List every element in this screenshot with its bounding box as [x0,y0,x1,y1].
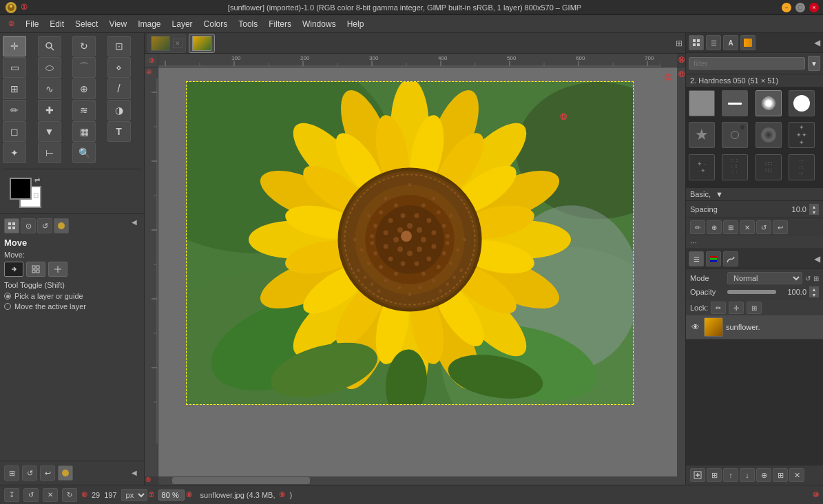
options-tab-3[interactable]: ↺ [37,218,52,233]
units-select[interactable]: px [121,489,147,501]
brush-item-11[interactable]: ∷∷∷∷ [756,154,782,180]
tabs-expand[interactable]: ⊞ [676,39,683,48]
brush-item-4[interactable] [789,90,815,116]
brush-item-12[interactable]: ·:·:·:·:· [789,154,815,180]
brush-item-2[interactable] [722,90,748,116]
bottom-icon-3[interactable]: ↩ [40,465,55,481]
lock-position-btn[interactable]: ✛ [729,302,744,314]
options-tab-active[interactable] [4,218,19,233]
filter-input[interactable] [689,57,805,70]
layer-merge-btn[interactable]: ⊕ [756,468,771,482]
dodge-btn[interactable]: ◑ [107,100,131,120]
paint-btn[interactable]: ✏ [3,100,26,120]
brush-delete-btn[interactable]: ✕ [740,220,755,234]
lock-alpha-btn[interactable]: ⊞ [747,302,762,314]
brush-patterns-tab[interactable] [689,35,704,50]
bucket-fill-btn[interactable]: ▼ [38,121,61,142]
brush-duplicate-btn[interactable]: ⊕ [707,220,722,234]
pencil-btn[interactable]: / [107,78,131,99]
mode-select[interactable]: Normal [727,272,802,284]
minimize-btn[interactable]: − [782,3,791,12]
menu-edit[interactable]: Edit [44,17,70,31]
swap-colors-btn[interactable]: ⇄ [34,176,40,184]
restore-btn[interactable]: □ [795,3,805,12]
erase-btn[interactable]: ◻ [3,121,26,142]
warp-btn[interactable]: ∿ [38,78,61,99]
crop-tool-btn[interactable]: ⊡ [107,36,131,56]
close-btn[interactable]: × [809,3,819,12]
menu-file[interactable]: File [20,17,44,31]
smudge-btn[interactable]: ≋ [72,100,96,120]
paths-tab[interactable] [723,251,738,266]
spacing-up-btn[interactable]: ▲ [809,204,819,209]
move-icon-crosshair[interactable] [48,262,67,277]
brush-item-9[interactable]: ✦ ·· ✦ [689,154,715,180]
menu-image[interactable]: Image [132,17,166,31]
select-free-btn[interactable]: ⌒ [72,57,96,78]
select-ellipse-btn[interactable]: ⬭ [38,57,61,78]
spacing-down-btn[interactable]: ▼ [809,209,819,215]
layer-row[interactable]: 👁 sunflower. [686,315,823,339]
brush-edit-btn[interactable]: ✏ [690,220,705,234]
zoom-tool-btn[interactable] [38,36,61,56]
menu-view[interactable]: View [103,17,132,31]
brush-item-1[interactable] [689,90,715,116]
menu-windows[interactable]: Windows [297,17,342,31]
menu-select[interactable]: Select [70,17,103,31]
menu-layer[interactable]: Layer [167,17,198,31]
brush-item-5[interactable]: ★ [689,122,715,148]
lock-pixels-btn[interactable]: ✏ [711,302,726,314]
brush-copy-btn[interactable]: ⊞ [723,220,738,234]
canvas-viewport[interactable]: ⑫ ⑬ [158,67,677,476]
reset-colors-btn[interactable]: ⊡ [33,191,39,199]
statusbar-btn-cancel[interactable]: ✕ [43,488,58,502]
brush-gradient-tab[interactable] [740,35,756,50]
select-rect-btn[interactable]: ▭ [3,57,26,78]
layers-expand[interactable]: ◀ [814,254,820,264]
move-icon-link[interactable] [4,262,23,277]
eyedropper-btn[interactable]: ✦ [3,143,26,163]
statusbar-btn-undo[interactable]: ↺ [23,488,39,502]
layer-new-btn[interactable] [690,468,705,482]
menu-help[interactable]: Help [342,17,370,31]
vertical-scrollbar[interactable]: ⑪ [677,67,685,476]
options-tab-4[interactable] [54,218,69,233]
brush-list-tab[interactable]: ☰ [706,35,721,50]
brush-item-6[interactable] [722,122,748,148]
layer-visibility-btn[interactable]: 👁 [690,322,701,333]
panel-collapse-btn[interactable]: ◀ [132,469,140,477]
menu-filters[interactable]: Filters [263,17,297,31]
radio-move-active[interactable]: Move the active layer [4,302,140,311]
opacity-down-btn[interactable]: ▼ [809,292,819,297]
layer-delete-btn[interactable]: ✕ [789,468,804,482]
text-btn[interactable]: T [107,121,131,142]
brush-item-8[interactable]: ✦✦✦✦ [789,122,815,148]
layer-copy-btn[interactable]: ⊞ [707,468,722,482]
brush-save-btn[interactable]: ↩ [773,220,788,234]
panel-right-expand[interactable]: ◀ [814,38,820,48]
image-tab-2[interactable] [189,34,215,53]
statusbar-btn-export[interactable]: ↧ [4,488,19,502]
transform-btn[interactable]: ⊞ [3,78,26,99]
horizontal-scrollbar[interactable] [158,476,685,485]
bottom-icon-1[interactable]: ⊞ [4,465,19,481]
options-tab-2[interactable]: ⊙ [21,218,36,233]
image-tab-1[interactable]: ✕ [147,34,186,53]
brush-item-10[interactable]: :: ::: :::: : [722,154,748,180]
filter-dropdown-btn[interactable]: ▼ [808,56,820,71]
move-tool-btn[interactable]: ✛ [3,36,26,56]
mode-history-btn[interactable]: ↺ [805,275,811,282]
brush-preset-dropdown[interactable]: ▼ [716,190,723,198]
menu-tools[interactable]: Tools [233,17,263,31]
search-btn[interactable]: 🔍 [72,143,96,163]
mode-legacy-btn[interactable]: ⊞ [813,275,819,282]
rotate-tool-btn[interactable]: ↻ [72,36,96,56]
brush-font-tab[interactable]: A [723,35,738,50]
panel-expand-btn[interactable]: ◀ [132,218,140,227]
bottom-icon-4[interactable] [58,465,73,481]
brush-item-7[interactable] [756,122,782,148]
zoom-input[interactable] [158,490,185,501]
brush-more[interactable]: ··· [686,236,823,249]
bottom-icon-2[interactable]: ↺ [22,465,37,481]
measure-btn[interactable]: ⊢ [38,143,61,163]
